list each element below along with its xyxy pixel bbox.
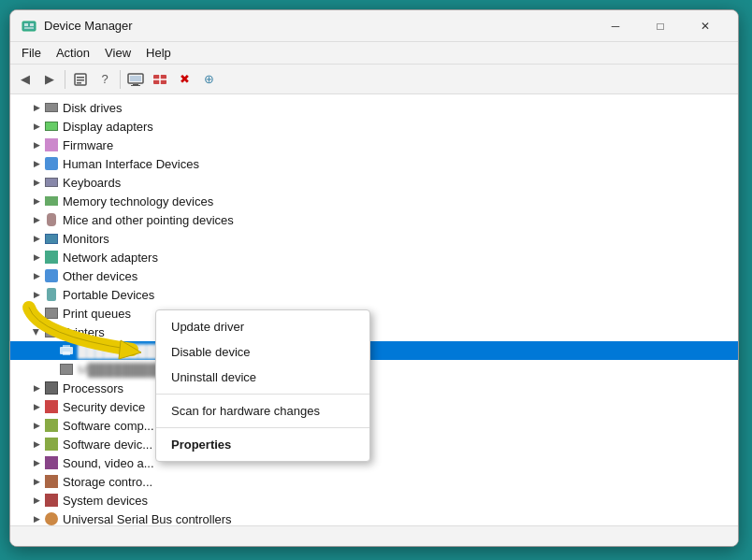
label-processors: Processors [63, 381, 123, 395]
toolbar-computer[interactable] [124, 68, 147, 91]
arrow-sound[interactable]: ▶ [29, 458, 44, 467]
label-storage: Storage contro... [63, 475, 152, 489]
arrow-software-devic[interactable]: ▶ [29, 439, 44, 449]
tree-item-portable[interactable]: ▶ Portable Devices [10, 285, 738, 304]
arrow-portable[interactable]: ▶ [29, 290, 44, 299]
icon-software-devic [44, 437, 59, 452]
arrow-system[interactable]: ▶ [29, 495, 44, 505]
label-firmware: Firmware [63, 138, 113, 152]
tree-item-disk-drives[interactable]: ▶ Disk drives [10, 98, 738, 117]
tree-item-hid[interactable]: ▶ Human Interface Devices [10, 154, 738, 173]
label-software-devic: Software devic... [63, 438, 152, 452]
arrow-keyboards[interactable]: ▶ [29, 178, 44, 187]
label-sound: Sound, video a... [63, 456, 154, 470]
label-disk-drives: Disk drives [63, 101, 123, 115]
svg-rect-1 [24, 23, 28, 26]
svg-rect-9 [130, 76, 141, 81]
menu-view[interactable]: View [97, 44, 138, 62]
ctx-uninstall-device[interactable]: Uninstall device [156, 365, 369, 390]
tree-item-software-comp[interactable]: ▶ Software comp... [10, 416, 738, 435]
tree-item-sound[interactable]: ▶ Sound, video a... [10, 453, 738, 472]
icon-monitors [44, 231, 59, 246]
toolbar-properties[interactable] [69, 68, 92, 91]
toolbar-scan[interactable] [149, 68, 171, 91]
ctx-separator-1 [156, 394, 369, 395]
arrow-printers[interactable]: ▶ [32, 324, 41, 339]
maximize-button[interactable]: □ [639, 10, 682, 42]
ctx-scan-hardware[interactable]: Scan for hardware changes [156, 398, 369, 424]
tree-item-usb[interactable]: ▶ Universal Serial Bus controllers [10, 510, 738, 525]
tree-item-printers[interactable]: ▶ Printers [10, 323, 738, 341]
arrow-monitors[interactable]: ▶ [29, 234, 44, 243]
ctx-disable-device[interactable]: Disable device [156, 339, 369, 365]
arrow-software-comp[interactable]: ▶ [29, 421, 44, 430]
tree-item-print-queues[interactable]: ▶ Print queues [10, 304, 738, 323]
tree-item-mice[interactable]: ▶ Mice and other pointing devices [10, 210, 738, 229]
icon-print-queues [44, 306, 59, 321]
label-memory: Memory technology devices [63, 194, 213, 208]
toolbar-back[interactable]: ◀ [14, 68, 36, 91]
menu-action[interactable]: Action [49, 44, 97, 62]
arrow-hid[interactable]: ▶ [29, 159, 44, 168]
tree-item-processors[interactable]: ▶ Processors [10, 379, 738, 397]
tree-item-storage[interactable]: ▶ Storage contro... [10, 472, 738, 491]
icon-mice [44, 212, 59, 227]
arrow-storage[interactable]: ▶ [29, 477, 44, 486]
svg-rect-17 [63, 352, 70, 355]
tree-item-memory[interactable]: ▶ Memory technology devices [10, 192, 738, 210]
icon-firmware [44, 137, 59, 152]
arrow-print-queues[interactable]: ▶ [29, 309, 44, 318]
arrow-processors[interactable]: ▶ [29, 383, 44, 393]
arrow-security[interactable]: ▶ [29, 402, 44, 411]
minimize-button[interactable]: ─ [594, 10, 637, 42]
arrow-other[interactable]: ▶ [29, 271, 44, 280]
label-security: Security device [63, 400, 145, 414]
toolbar-remove[interactable]: ✖ [173, 68, 195, 91]
icon-sound [44, 455, 59, 470]
icon-printer-sub-1 [59, 343, 74, 358]
arrow-firmware[interactable]: ▶ [29, 140, 44, 150]
tree-item-keyboards[interactable]: ▶ Keyboards [10, 173, 738, 192]
ctx-properties[interactable]: Properties [156, 432, 369, 457]
tree-item-printer-sub-1[interactable]: ▶ ██████████ Sub██ ███████ [10, 341, 738, 360]
status-bar [10, 525, 738, 546]
toolbar-help[interactable]: ? [94, 68, 116, 91]
tree-item-printer-sub-2[interactable]: ▶ M████████████ [10, 360, 738, 379]
arrow-display[interactable]: ▶ [29, 122, 44, 131]
toolbar-separator-1 [65, 70, 65, 89]
tree-item-software-devic[interactable]: ▶ Software devic... [10, 435, 738, 453]
arrow-network[interactable]: ▶ [29, 252, 44, 262]
arrow-memory[interactable]: ▶ [29, 196, 44, 206]
icon-security [44, 399, 59, 414]
svg-rect-0 [22, 22, 36, 31]
toolbar-add[interactable]: ⊕ [197, 68, 220, 91]
icon-system [44, 493, 59, 508]
device-tree[interactable]: ▶ Disk drives ▶ Display adapters ▶ Firmw… [10, 94, 738, 525]
tree-item-system[interactable]: ▶ System devices [10, 491, 738, 510]
arrow-usb[interactable]: ▶ [29, 514, 44, 524]
toolbar-forward[interactable]: ▶ [38, 68, 61, 91]
svg-rect-16 [63, 345, 70, 348]
close-button[interactable]: ✕ [684, 10, 727, 42]
arrow-mice[interactable]: ▶ [29, 215, 44, 224]
icon-hid [44, 156, 59, 171]
tree-item-other[interactable]: ▶ Other devices [10, 266, 738, 285]
tree-item-display-adapters[interactable]: ▶ Display adapters [10, 117, 738, 136]
icon-portable [44, 287, 59, 302]
tree-item-security[interactable]: ▶ Security device [10, 397, 738, 416]
menu-help[interactable]: Help [138, 44, 179, 62]
icon-processors [44, 381, 59, 395]
icon-display [44, 119, 59, 134]
icon-keyboards [44, 175, 59, 190]
tree-item-network[interactable]: ▶ Network adapters [10, 248, 738, 266]
icon-storage [44, 474, 59, 489]
label-system: System devices [63, 494, 148, 508]
tree-item-firmware[interactable]: ▶ Firmware [10, 136, 738, 154]
toolbar-separator-2 [120, 70, 121, 89]
menu-file[interactable]: File [14, 44, 49, 62]
arrow-disk-drives[interactable]: ▶ [29, 103, 44, 112]
menu-bar: File Action View Help [10, 42, 738, 65]
tree-item-monitors[interactable]: ▶ Monitors [10, 229, 738, 248]
ctx-update-driver[interactable]: Update driver [156, 314, 369, 339]
label-software-comp: Software comp... [63, 419, 154, 433]
